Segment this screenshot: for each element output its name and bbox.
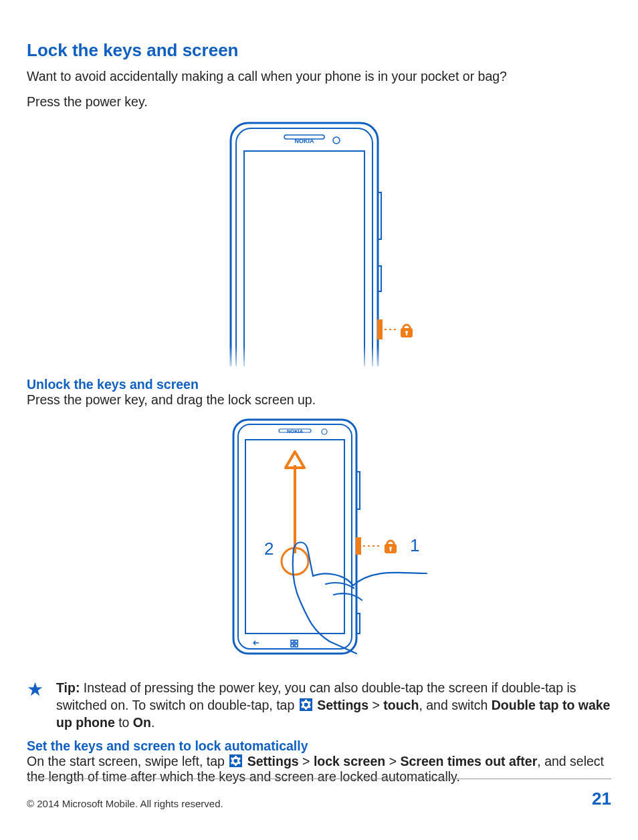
tip-label: Tip: <box>56 680 80 695</box>
unlock-body: Press the power key, and drag the lock s… <box>27 392 611 408</box>
lock-icon <box>401 325 413 337</box>
swipe-arrow-icon <box>286 452 304 553</box>
lock-icon-2 <box>385 541 397 553</box>
svg-rect-26 <box>291 640 294 643</box>
page-number: 21 <box>592 789 611 809</box>
unlock-heading: Unlock the keys and screen <box>27 377 611 392</box>
touch-word: touch <box>383 698 419 712</box>
phone-lock-illustration: NOKIA <box>212 119 426 366</box>
navbar-icons <box>253 640 298 647</box>
svg-rect-1 <box>236 128 373 366</box>
svg-rect-29 <box>295 644 298 647</box>
autolock-heading: Set the keys and screen to lock automati… <box>27 738 611 754</box>
star-icon: ★ <box>27 679 56 699</box>
tip-text: Tip: Instead of pressing the power key, … <box>56 679 611 732</box>
svg-rect-6 <box>378 266 381 291</box>
brand-label-2: NOKIA <box>287 428 304 434</box>
manual-page: Lock the keys and screen Want to avoid a… <box>0 0 638 840</box>
settings-icon-2 <box>229 754 242 767</box>
page-footer: © 2014 Microsoft Mobile. All rights rese… <box>27 779 611 809</box>
figure-lock: NOKIA <box>27 119 611 369</box>
svg-rect-7 <box>377 319 383 339</box>
svg-rect-27 <box>295 640 298 643</box>
settings-icon <box>300 698 312 711</box>
timeout-phrase: Screen times out after <box>400 754 537 768</box>
copyright-text: © 2014 Microsoft Mobile. All rights rese… <box>27 798 223 809</box>
figure-unlock: NOKIA 1 2 <box>27 413 611 670</box>
settings-word-2: Settings <box>247 754 299 768</box>
intro-paragraph-1: Want to avoid accidentally making a call… <box>27 67 611 85</box>
step-label-2: 2 <box>264 539 274 559</box>
svg-rect-18 <box>356 472 360 509</box>
on-word: On <box>133 715 151 730</box>
settings-word: Settings <box>317 698 368 712</box>
step-label-1: 1 <box>410 535 419 555</box>
brand-label: NOKIA <box>295 138 315 144</box>
svg-rect-5 <box>378 192 381 239</box>
phone-unlock-illustration: NOKIA 1 2 <box>192 413 446 667</box>
svg-rect-12 <box>212 346 426 366</box>
intro-paragraph-2: Press the power key. <box>27 93 611 110</box>
svg-rect-11 <box>406 333 407 335</box>
tip-block: ★ Tip: Instead of pressing the power key… <box>27 679 611 732</box>
svg-rect-30 <box>356 613 360 634</box>
svg-point-3 <box>333 137 340 144</box>
hand-icon <box>293 542 427 654</box>
svg-rect-0 <box>231 123 378 366</box>
svg-rect-19 <box>356 537 361 555</box>
svg-rect-23 <box>390 549 391 551</box>
svg-rect-28 <box>291 644 294 647</box>
svg-point-16 <box>322 429 327 434</box>
section-heading: Lock the keys and screen <box>27 40 611 61</box>
lockscreen-word: lock screen <box>314 754 385 768</box>
svg-rect-4 <box>244 151 364 366</box>
